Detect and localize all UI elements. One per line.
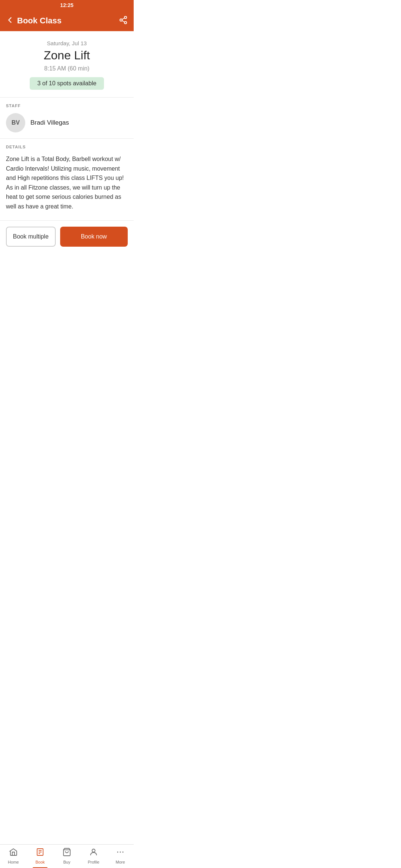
- svg-line-3: [122, 20, 125, 22]
- main-content: Saturday, Jul 13 Zone Lift 8:15 AM (60 m…: [0, 31, 134, 301]
- book-multiple-button[interactable]: Book multiple: [6, 227, 56, 247]
- staff-name: Bradi Villegas: [30, 119, 69, 126]
- svg-point-0: [124, 16, 127, 19]
- staff-avatar: BV: [6, 113, 25, 132]
- class-name: Zone Lift: [6, 49, 128, 62]
- svg-point-1: [120, 19, 122, 21]
- header: Book Class: [0, 10, 134, 31]
- hero-section: Saturday, Jul 13 Zone Lift 8:15 AM (60 m…: [0, 31, 134, 98]
- details-section: DETAILS Zone Lift is a Total Body, Barbe…: [0, 139, 134, 220]
- svg-line-4: [122, 18, 125, 19]
- book-now-button[interactable]: Book now: [60, 227, 128, 247]
- details-text: Zone Lift is a Total Body, Barbell worko…: [6, 154, 128, 211]
- class-time: 8:15 AM (60 min): [6, 65, 128, 72]
- svg-point-2: [124, 22, 127, 24]
- share-icon[interactable]: [119, 16, 128, 26]
- staff-section: STAFF BV Bradi Villegas: [0, 98, 134, 139]
- details-section-label: DETAILS: [6, 145, 128, 149]
- status-time: 12:25: [60, 2, 74, 8]
- action-area: Book multiple Book now: [0, 220, 134, 253]
- staff-section-label: STAFF: [6, 103, 128, 108]
- status-bar: 12:25: [0, 0, 134, 10]
- spots-badge: 3 of 10 spots available: [30, 77, 104, 90]
- staff-row: BV Bradi Villegas: [6, 113, 128, 132]
- class-date: Saturday, Jul 13: [6, 40, 128, 46]
- header-title: Book Class: [17, 16, 62, 26]
- back-button[interactable]: Book Class: [6, 16, 62, 26]
- back-icon: [6, 16, 14, 26]
